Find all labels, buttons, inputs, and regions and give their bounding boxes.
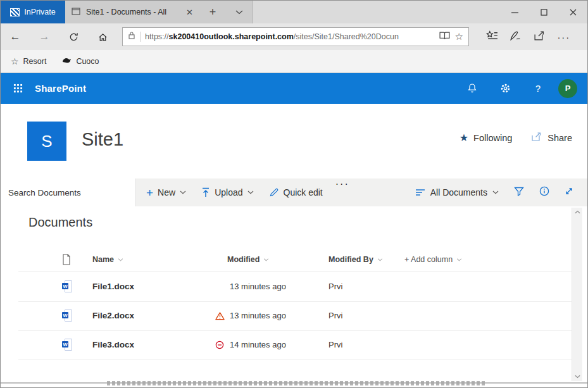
word-file-icon: W [62,280,72,293]
cuoco-favicon [61,56,72,66]
site-actions: ★ Following Share [460,132,572,144]
browser-toolbar: ··· [469,30,587,44]
new-tab-button[interactable]: + [199,1,226,23]
settings-more-button[interactable]: ··· [557,32,570,42]
upload-button[interactable]: Upload [201,178,253,206]
favorite-label: Cuoco [76,57,99,66]
tab-preview-chevron-icon[interactable] [226,1,253,23]
refresh-button[interactable] [59,32,88,42]
command-bar: + New Upload Quick edit ··· All Document… [1,178,587,206]
divider [18,271,572,272]
tab-close-button[interactable]: ✕ [186,8,193,17]
close-window-button[interactable] [558,1,587,23]
back-button[interactable]: ← [1,30,30,43]
favorite-label: Resort [23,57,47,66]
view-label: All Documents [430,187,487,197]
modified-value: 13 minutes ago [230,301,286,330]
forward-button[interactable]: → [30,30,59,43]
file-name-link[interactable]: File3.docx [92,330,134,360]
lock-icon [128,31,135,42]
filter-icon[interactable] [514,187,524,199]
suite-bar-actions: ? P [456,79,587,98]
following-button[interactable]: ★ Following [460,132,513,144]
document-row[interactable]: W File2.docx 13 minutes ago Prvi [1,301,573,330]
app-title[interactable]: SharePoint [35,83,86,94]
following-star-icon: ★ [460,132,468,144]
waffle-icon[interactable] [1,84,35,93]
annotate-pen-icon[interactable] [510,30,522,44]
chevron-down-icon [118,258,123,261]
favorite-item-cuoco[interactable]: Cuoco [61,56,99,66]
inprivate-label: InPrivate [24,8,55,16]
add-column-button[interactable]: + Add column [404,248,462,271]
suite-bar: SharePoint ? P [1,73,587,104]
chevron-down-icon [456,258,462,261]
favorite-item-resort[interactable]: ☆ Resort [11,56,46,66]
url-text: https://sk200410outlook.sharepoint.com/s… [145,32,439,41]
plus-icon: + [146,187,153,199]
upload-label: Upload [215,187,242,197]
column-header-modified[interactable]: Modified [227,248,269,271]
document-library: Documents Name Modified Modified By + Ad… [1,206,587,387]
view-selector[interactable]: All Documents [415,187,499,197]
favorites-bar: ☆ Resort Cuoco [1,50,587,73]
gear-icon[interactable] [489,83,522,94]
info-icon[interactable] [539,186,549,199]
scroll-down-icon[interactable] [575,375,580,379]
tab-bar: InPrivate Site1 - Documents - All ✕ + [1,1,587,23]
chevron-down-icon [377,258,383,261]
file-name-link[interactable]: File1.docx [92,272,134,301]
quick-edit-button[interactable]: Quick edit [269,178,323,206]
tab-title: Site1 - Documents - All [86,8,166,16]
tab-page-icon [72,8,80,17]
chevron-down-icon [492,191,499,194]
more-commands-button[interactable]: ··· [335,178,349,206]
modified-value: 13 minutes ago [230,272,286,301]
home-button[interactable] [88,32,117,42]
column-header-name[interactable]: Name [92,248,123,271]
scroll-up-icon[interactable] [575,210,580,214]
following-label: Following [473,133,512,143]
inprivate-badge: InPrivate [1,1,65,23]
reading-view-icon[interactable] [439,31,450,42]
site-logo[interactable]: S [27,122,66,161]
expand-icon[interactable] [565,187,573,198]
file-name-link[interactable]: File2.docx [92,301,134,330]
share-icon[interactable] [534,30,546,44]
command-bar-right: All Documents [415,178,587,206]
hub-icon[interactable] [486,30,498,44]
modified-by-value[interactable]: Prvi [328,301,342,330]
url-field[interactable]: https://sk200410outlook.sharepoint.com/s… [122,27,469,46]
vertical-scrollbar[interactable] [572,208,582,381]
account-avatar[interactable]: P [558,79,577,98]
new-label: New [158,187,175,197]
cutoff-footer-text [107,381,487,385]
search-box[interactable] [1,178,136,206]
new-button[interactable]: + New [146,178,186,206]
share-label: Share [547,133,572,143]
browser-window: InPrivate Site1 - Documents - All ✕ + [0,0,588,388]
favorite-star-icon[interactable]: ☆ [455,31,463,42]
minimize-button[interactable] [500,1,529,23]
browser-tab[interactable]: Site1 - Documents - All ✕ [65,1,199,23]
site-title[interactable]: Site1 [82,129,123,150]
modified-by-value[interactable]: Prvi [328,272,342,301]
file-type-column-icon[interactable] [62,248,71,271]
modified-by-value[interactable]: Prvi [328,330,342,360]
document-row[interactable]: W File3.docx 14 minutes ago Prvi [1,330,573,360]
share-icon [531,132,542,144]
column-header-modified-by[interactable]: Modified By [328,248,383,271]
maximize-button[interactable] [529,1,558,23]
search-input[interactable] [8,188,128,197]
help-button[interactable]: ? [522,83,554,94]
quick-edit-label: Quick edit [284,187,323,197]
document-row[interactable]: W File1.docx 13 minutes ago Prvi [1,272,573,301]
upload-icon [201,187,210,197]
share-button[interactable]: Share [531,132,572,144]
inprivate-badge-icon [10,8,20,16]
word-file-icon: W [62,310,72,322]
divider [18,360,572,360]
star-icon: ☆ [11,56,19,66]
divider [140,32,141,42]
bell-icon[interactable] [456,83,489,94]
